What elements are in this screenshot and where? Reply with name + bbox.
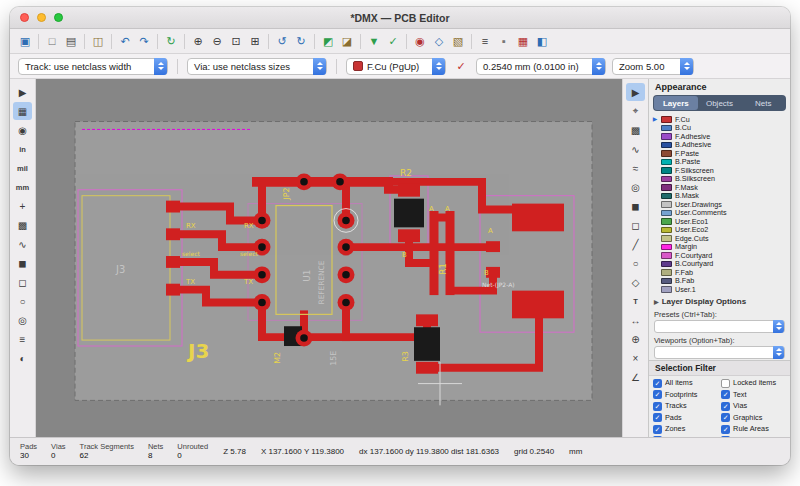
update-pcb-icon[interactable]: ▼ [365,32,383,50]
3d-viewer-icon[interactable]: ◇ [430,32,448,50]
zoom-to-objects-icon[interactable]: ⊞ [246,32,264,50]
tab-layers[interactable]: Layers [654,96,698,110]
rotate-cw-icon[interactable]: ↻ [292,32,310,50]
layer-color-swatch[interactable] [661,159,672,166]
save-icon[interactable]: ▣ [16,32,34,50]
layer-row-b-adhesive[interactable]: B.Adhesive [649,141,790,150]
layer-row-user-eco1[interactable]: User.Eco1 [649,217,790,226]
zoom-selector[interactable]: Zoom 5.00 [612,58,694,75]
add-keepout-icon[interactable]: ◻ [626,216,645,234]
filter-item-tracks[interactable]: ✓Tracks [653,402,721,411]
filter-item-footprints[interactable]: ✓Footprints [653,390,721,399]
grid-toggle-icon[interactable]: ▦ [13,102,32,120]
highlight-net-icon[interactable]: ⌖ [626,102,645,120]
footprint-wizard-icon[interactable]: ◪ [338,32,356,50]
layer-color-swatch[interactable] [661,269,672,276]
via-outline-mode-icon[interactable]: ◎ [13,311,32,329]
set-origin-icon[interactable]: ⊕ [626,330,645,348]
filter-item-zones[interactable]: ✓Zones [653,425,721,434]
layer-color-swatch[interactable] [661,286,672,293]
add-via-icon[interactable]: ◎ [626,178,645,196]
add-zone-icon[interactable]: ◼ [626,197,645,215]
filter-item-other-items[interactable]: ✓Other items [721,436,786,437]
add-line-icon[interactable]: ╱ [626,235,645,253]
cursor-shape-icon[interactable]: + [13,197,32,215]
high-contrast-mode-icon[interactable]: ◐ [13,349,32,367]
zoom-window-button[interactable] [54,13,63,22]
layer-row-b-fab[interactable]: B.Fab [649,277,790,286]
layer-color-swatch[interactable] [661,235,672,242]
rotate-ccw-icon[interactable]: ↺ [273,32,291,50]
layer-row-margin[interactable]: Margin [649,243,790,252]
footprint-editor-icon[interactable]: ◩ [319,32,337,50]
page-settings-icon[interactable]: □ [43,32,61,50]
layer-color-swatch[interactable] [661,150,672,157]
tab-nets[interactable]: Nets [741,96,785,110]
viewports-selector[interactable] [654,346,785,359]
filter-item-graphics[interactable]: ✓Graphics [721,413,786,422]
checkbox-zones[interactable]: ✓ [653,425,662,434]
tab-objects[interactable]: Objects [698,96,742,110]
filter-item-text[interactable]: ✓Text [721,390,786,399]
layer-color-swatch[interactable] [661,227,672,234]
curved-ratsnest-icon[interactable]: ∿ [13,235,32,253]
layer-row-user-1[interactable]: User.1 [649,285,790,294]
layer-color-swatch[interactable] [661,116,672,123]
via-size-selector[interactable]: Via: use netclass sizes [187,58,327,75]
units-mm-icon[interactable]: mm [13,178,32,196]
layer-row-b-paste[interactable]: B.Paste [649,158,790,167]
layer-row-f-courtyard[interactable]: F.Courtyard [649,251,790,260]
layer-row-user-eco2[interactable]: User.Eco2 [649,226,790,235]
layer-row-f-adhesive[interactable]: F.Adhesive [649,132,790,141]
filter-item-vias[interactable]: ✓Vias [721,402,786,411]
add-text-icon[interactable]: T [626,292,645,310]
layer-row-f-mask[interactable]: F.Mask [649,183,790,192]
active-layer-selector[interactable]: F.Cu (PgUp) [346,58,446,75]
layer-row-b-courtyard[interactable]: B.Courtyard [649,260,790,269]
layer-color-swatch[interactable] [661,142,672,149]
filter-item-dimensions[interactable]: ✓Dimensions [653,436,721,437]
track-width-selector[interactable]: Track: use netclass width [18,58,168,75]
layer-color-swatch[interactable] [661,218,672,225]
zoom-fit-icon[interactable]: ⊡ [227,32,245,50]
layer-color-swatch[interactable] [661,167,672,174]
add-polygon-icon[interactable]: ◇ [626,273,645,291]
redo-icon[interactable]: ↷ [135,32,153,50]
checkbox-footprints[interactable]: ✓ [653,390,662,399]
polar-coordinates-icon[interactable]: ◉ [13,121,32,139]
layer-color-swatch[interactable] [661,125,672,132]
layer-row-user-comments[interactable]: User.Comments [649,209,790,218]
layer-row-f-paste[interactable]: F.Paste [649,149,790,158]
checkbox-vias[interactable]: ✓ [721,402,730,411]
layer-color-swatch[interactable] [661,252,672,259]
layer-row-f-fab[interactable]: F.Fab [649,268,790,277]
layer-row-f-cu[interactable]: ▶F.Cu [649,115,790,124]
checkbox-other-items[interactable]: ✓ [721,436,730,437]
filter-item-rule-areas[interactable]: ✓Rule Areas [721,425,786,434]
select-tool-icon[interactable]: ▶ [626,83,645,101]
connector-j3-body[interactable] [82,196,170,340]
layer-apply-icon[interactable]: ✓ [452,57,470,75]
paste-icon[interactable]: ◫ [89,32,107,50]
print-icon[interactable]: ▤ [62,32,80,50]
layer-row-b-cu[interactable]: B.Cu [649,124,790,133]
checkbox-graphics[interactable]: ✓ [721,413,730,422]
checkbox-dimensions[interactable]: ✓ [653,436,662,437]
layer-color-swatch[interactable] [661,176,672,183]
layer-row-edge-cuts[interactable]: Edge.Cuts [649,234,790,243]
layer-color-swatch[interactable] [661,133,672,140]
net-inspector-icon[interactable]: ◉ [411,32,429,50]
layer-color-swatch[interactable] [661,261,672,268]
checkbox-all-items[interactable]: ✓ [653,379,662,388]
layer-color-swatch[interactable] [661,193,672,200]
add-circle-icon[interactable]: ○ [626,254,645,272]
title-bar[interactable]: *DMX — PCB Editor [10,7,790,29]
layer-display-options[interactable]: ▶ Layer Display Options [649,294,790,308]
units-mils-icon[interactable]: mil [13,159,32,177]
close-window-button[interactable] [20,13,29,22]
scripting-console-icon[interactable]: ≡ [476,32,494,50]
checkbox-rule-areas[interactable]: ✓ [721,425,730,434]
pad-outline-mode-icon[interactable]: ○ [13,292,32,310]
measure-tool-icon[interactable]: ∠ [626,368,645,386]
track-outline-mode-icon[interactable]: ≡ [13,330,32,348]
